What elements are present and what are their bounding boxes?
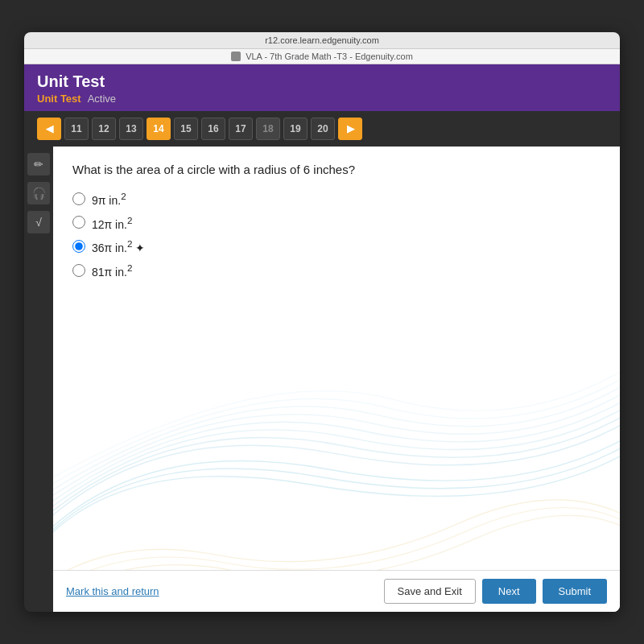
tab-title: VLA - 7th Grade Math -T3 - Edgenuity.com — [246, 52, 413, 61]
unit-test-link[interactable]: Unit Test — [37, 93, 81, 105]
browser-url-bar: r12.core.learn.edgenuity.com — [24, 32, 620, 49]
option-4-label[interactable]: 81π in.2 — [92, 262, 132, 279]
app-wrapper: Unit Test Unit Test Active ◀ 11 12 13 14… — [24, 64, 620, 612]
nav-page-18[interactable]: 18 — [256, 118, 280, 140]
app-subheader: Unit Test Active — [37, 93, 607, 105]
calculator-icon[interactable]: √ — [27, 211, 50, 233]
option-2-label[interactable]: 12π in.2 — [92, 215, 132, 231]
question-area: What is the area of a circle with a radi… — [53, 147, 620, 612]
screen-wrapper: r12.core.learn.edgenuity.com VLA - 7th G… — [24, 32, 620, 612]
mark-return-link[interactable]: Mark this and return — [66, 585, 159, 597]
option-1-radio[interactable] — [72, 192, 85, 205]
nav-page-14[interactable]: 14 — [147, 118, 171, 140]
nav-page-12[interactable]: 12 — [92, 118, 116, 140]
url-text: r12.core.learn.edgenuity.com — [265, 35, 379, 45]
nav-page-13[interactable]: 13 — [119, 118, 143, 140]
side-toolbar: ✏ 🎧 √ — [24, 147, 53, 612]
question-nav-bar: ◀ 11 12 13 14 15 16 17 18 19 20 ▶ — [24, 111, 620, 147]
app-header: Unit Test Unit Test Active — [24, 64, 620, 111]
nav-page-15[interactable]: 15 — [174, 118, 198, 140]
nav-page-11[interactable]: 11 — [64, 118, 89, 140]
option-3[interactable]: 36π in.2 ✦ — [72, 238, 601, 254]
favicon — [231, 52, 241, 61]
submit-button[interactable]: Submit — [543, 579, 607, 604]
option-1-label[interactable]: 9π in.2 — [92, 191, 126, 207]
nav-page-19[interactable]: 19 — [283, 118, 308, 140]
option-4[interactable]: 81π in.2 — [72, 262, 601, 279]
status-badge: Active — [88, 93, 116, 105]
option-4-radio[interactable] — [72, 264, 85, 277]
nav-page-17[interactable]: 17 — [229, 118, 253, 140]
question-text: What is the area of a circle with a radi… — [72, 163, 601, 176]
option-2[interactable]: 12π in.2 — [72, 215, 601, 231]
headphones-icon[interactable]: 🎧 — [27, 182, 50, 204]
option-3-label[interactable]: 36π in.2 ✦ — [92, 238, 145, 254]
browser-tab: VLA - 7th Grade Math -T3 - Edgenuity.com — [24, 49, 620, 64]
main-content-area: ✏ 🎧 √ — [24, 147, 620, 612]
option-3-radio[interactable] — [72, 240, 85, 253]
nav-page-16[interactable]: 16 — [201, 118, 225, 140]
save-exit-button[interactable]: Save and Exit — [384, 579, 476, 604]
options-list: 9π in.2 12π in.2 36π in.2 ✦ 81π in. — [72, 191, 601, 279]
pencil-icon[interactable]: ✏ — [27, 153, 50, 175]
nav-prev-button[interactable]: ◀ — [37, 118, 61, 140]
nav-next-button[interactable]: ▶ — [338, 118, 362, 140]
option-2-radio[interactable] — [72, 216, 85, 229]
next-button[interactable]: Next — [482, 579, 536, 604]
footer-buttons: Save and Exit Next Submit — [384, 579, 607, 604]
decorative-background — [53, 337, 620, 570]
option-1[interactable]: 9π in.2 — [72, 191, 601, 207]
page-title: Unit Test — [37, 72, 607, 91]
question-footer: Mark this and return Save and Exit Next … — [53, 570, 620, 612]
nav-page-20[interactable]: 20 — [311, 118, 335, 140]
question-body: What is the area of a circle with a radi… — [53, 147, 620, 570]
